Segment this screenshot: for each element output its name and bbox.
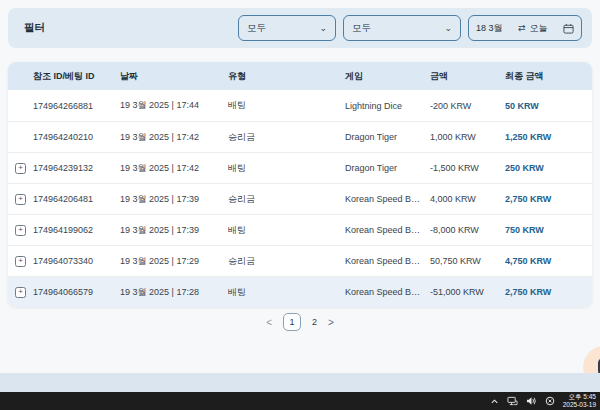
status-circle-icon[interactable] [545,396,555,406]
column-header: 금액 [430,70,505,83]
date-range-end: 오늘 [530,22,548,35]
cell-amount: -8,000 KRW [430,225,505,235]
expand-icon[interactable]: + [15,194,26,205]
cell-final-amount: 2,750 KRW [505,287,592,297]
column-header: 최종 금액 [505,70,592,83]
cell-ref-id: 174964199062 [33,225,120,235]
cell-final-amount: 250 KRW [505,163,592,173]
clock-time: 오후 5:45 [563,393,596,401]
expand-cell: + [8,100,33,111]
chevron-right-icon[interactable]: > [328,317,334,328]
cell-game: Korean Speed B… [345,256,430,266]
page-footer-strip [0,373,600,392]
cell-game: Korean Speed B… [345,287,430,297]
cell-ref-id: 174964206481 [33,194,120,204]
game-filter-select[interactable]: 모두 ⌄ [343,15,461,41]
transactions-table: 참조 ID/베팅 ID날짜유형게임금액최종 금액 + 174964266881 … [8,62,592,307]
cell-amount: 50,750 KRW [430,256,505,266]
cell-date: 19 3월 2025 | 17:44 [120,99,228,112]
clock-date: 2025-03-19 [563,401,596,409]
type-filter-value: 모두 [247,22,266,35]
cell-date: 19 3월 2025 | 17:42 [120,131,228,144]
cell-final-amount: 750 KRW [505,225,592,235]
cell-ref-id: 174964266881 [33,101,120,111]
table-row[interactable]: + 174964073340 19 3월 2025 | 17:29 승리금 Ko… [8,245,592,276]
expand-cell: + [8,163,33,174]
expand-cell: + [8,132,33,143]
filter-controls: 모두 ⌄ 모두 ⌄ 18 3월 ⇄ 오늘 [238,15,582,41]
pagination-pages: 12 [283,313,317,331]
cell-game: Dragon Tiger [345,163,430,173]
cell-amount: 4,000 KRW [430,194,505,204]
cell-date: 19 3월 2025 | 17:39 [120,193,228,206]
table-row[interactable]: + 174964199062 19 3월 2025 | 17:39 배팅 Kor… [8,214,592,245]
system-tray [490,396,555,406]
expand-icon[interactable]: + [15,287,26,298]
type-filter-select[interactable]: 모두 ⌄ [238,15,336,41]
cell-game: Korean Speed B… [345,225,430,235]
table-header-row: 참조 ID/베팅 ID날짜유형게임금액최종 금액 [8,62,592,90]
screen: 필터 모두 ⌄ 모두 ⌄ 18 3월 ⇄ 오늘 [0,0,600,410]
table-row[interactable]: + 174964240210 19 3월 2025 | 17:42 승리금 Dr… [8,121,592,152]
cell-game: Lightning Dice [345,101,430,111]
cell-ref-id: 174964073340 [33,256,120,266]
expand-cell: + [8,225,33,236]
cell-final-amount: 2,750 KRW [505,194,592,204]
cell-type: 배팅 [228,162,345,175]
cell-game: Korean Speed B… [345,194,430,204]
table-row[interactable]: + 174964066579 19 3월 2025 | 17:28 배팅 Kor… [8,276,592,307]
column-header: 참조 ID/베팅 ID [33,70,120,83]
cell-date: 19 3월 2025 | 17:28 [120,286,228,299]
cell-date: 19 3월 2025 | 17:29 [120,255,228,268]
taskbar: 오후 5:45 2025-03-19 [0,392,600,410]
cell-type: 배팅 [228,99,345,112]
cell-type: 승리금 [228,131,345,144]
cell-amount: -51,000 KRW [430,287,505,297]
network-icon[interactable] [507,396,518,406]
expand-cell: + [8,256,33,267]
volume-icon[interactable] [526,396,537,406]
page-button[interactable]: 2 [312,317,317,327]
cell-game: Dragon Tiger [345,132,430,142]
taskbar-clock[interactable]: 오후 5:45 2025-03-19 [563,393,596,409]
date-range-start: 18 3월 [476,22,503,35]
chevron-up-icon[interactable] [490,397,499,406]
expand-icon[interactable]: + [15,225,26,236]
cell-amount: -1,500 KRW [430,163,505,173]
table-row[interactable]: + 174964266881 19 3월 2025 | 17:44 배팅 Lig… [8,90,592,121]
cell-ref-id: 174964239132 [33,163,120,173]
pagination: < 12 > [0,311,600,333]
cell-final-amount: 4,750 KRW [505,256,592,266]
filter-label: 필터 [24,21,45,35]
cell-date: 19 3월 2025 | 17:39 [120,224,228,237]
column-header: 날짜 [120,70,228,83]
cell-amount: 1,000 KRW [430,132,505,142]
cell-type: 배팅 [228,224,345,237]
cell-type: 배팅 [228,286,345,299]
cell-date: 19 3월 2025 | 17:42 [120,162,228,175]
date-range-picker[interactable]: 18 3월 ⇄ 오늘 [468,15,582,41]
expand-icon[interactable]: + [15,256,26,267]
cell-ref-id: 174964240210 [33,132,120,142]
table-row[interactable]: + 174964239132 19 3월 2025 | 17:42 배팅 Dra… [8,152,592,183]
column-header: 유형 [228,70,345,83]
chevron-left-icon[interactable]: < [266,317,272,328]
cell-final-amount: 50 KRW [505,101,592,111]
filter-bar: 필터 모두 ⌄ 모두 ⌄ 18 3월 ⇄ 오늘 [8,8,592,48]
chevron-down-icon: ⌄ [319,24,327,33]
cell-final-amount: 1,250 KRW [505,132,592,142]
chevron-down-icon: ⌄ [444,24,452,33]
cell-type: 승리금 [228,255,345,268]
swap-arrows-icon: ⇄ [518,23,526,33]
calendar-icon [563,23,574,34]
cell-type: 승리금 [228,193,345,206]
column-header: 게임 [345,70,430,83]
page-button-current[interactable]: 1 [283,313,301,331]
table-body: + 174964266881 19 3월 2025 | 17:44 배팅 Lig… [8,90,592,307]
expand-cell: + [8,287,33,298]
expand-cell: + [8,194,33,205]
table-row[interactable]: + 174964206481 19 3월 2025 | 17:39 승리금 Ko… [8,183,592,214]
expand-icon[interactable]: + [15,163,26,174]
game-filter-value: 모두 [352,22,371,35]
cell-amount: -200 KRW [430,101,505,111]
